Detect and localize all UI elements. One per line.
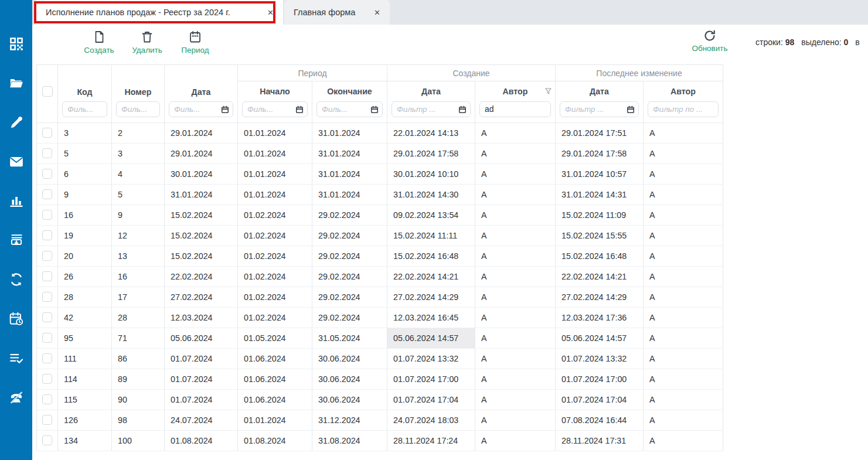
cell-date: 15.02.2024 — [165, 225, 238, 246]
envelope-icon[interactable] — [9, 154, 24, 169]
filter-row — [37, 101, 723, 123]
cell-creation-author: A — [475, 348, 556, 369]
row-checkbox[interactable] — [42, 435, 52, 445]
cell-code: 126 — [58, 410, 112, 430]
row-select-cell — [37, 287, 58, 307]
filter-input-number[interactable] — [116, 101, 160, 117]
cell-mod-date: 22.02.2024 14:21 — [556, 266, 644, 287]
toolbar: Создать Удалить Период — [32, 25, 868, 64]
group-header-row: Код Номер Дата Период Создание Последнее… — [37, 65, 723, 81]
table-row: 9 5 31.01.2024 01.01.2024 31.01.2024 31.… — [37, 184, 723, 205]
create-button[interactable]: Создать — [82, 30, 116, 54]
row-checkbox[interactable] — [42, 353, 52, 363]
cell-number: 2 — [112, 122, 165, 143]
column-header-mod-author[interactable]: Автор — [644, 81, 723, 101]
filter-funnel-icon[interactable] — [545, 88, 552, 95]
cell-period-start: 01.06.2024 — [238, 389, 312, 410]
column-header-number[interactable]: Номер — [112, 65, 165, 101]
tab-main-form[interactable]: Главная форма ✕ — [284, 0, 390, 25]
filter-input-creation-author[interactable] — [479, 101, 551, 117]
cell-period-start: 01.06.2024 — [238, 348, 312, 369]
tab-bar: Исполнение планов продаж - Реестр за 202… — [32, 0, 868, 25]
row-checkbox[interactable] — [42, 251, 52, 261]
row-checkbox[interactable] — [42, 169, 52, 179]
row-checkbox[interactable] — [42, 394, 52, 404]
cell-number: 98 — [112, 410, 165, 430]
cell-period-end: 29.02.2024 — [312, 287, 387, 307]
cell-creation-date: 29.01.2024 17:58 — [387, 143, 475, 163]
cell-code: 26 — [58, 266, 112, 287]
cell-period-start: 01.08.2024 — [238, 430, 312, 451]
cell-date: 24.07.2024 — [165, 410, 238, 430]
cell-creation-date: 28.11.2024 17:24 — [387, 430, 475, 451]
cell-mod-author: A — [644, 389, 723, 410]
calendar-icon[interactable] — [295, 105, 304, 114]
row-checkbox[interactable] — [42, 312, 52, 322]
row-checkbox[interactable] — [42, 210, 52, 220]
row-select-cell — [37, 389, 58, 410]
bar-chart-icon[interactable] — [9, 193, 24, 209]
folder-open-icon[interactable] — [9, 76, 24, 91]
cell-creation-author: A — [475, 430, 556, 451]
select-all-checkbox[interactable] — [42, 86, 53, 97]
filter-input-code[interactable] — [62, 101, 107, 117]
table-row: 42 28 12.03.2024 01.02.2024 29.02.2024 1… — [37, 307, 723, 328]
column-header-start[interactable]: Начало — [238, 81, 312, 101]
calendar-clock-icon[interactable] — [9, 311, 24, 326]
row-checkbox[interactable] — [42, 128, 52, 138]
row-select-cell — [37, 163, 58, 184]
calendar-icon[interactable] — [221, 105, 229, 114]
row-select-cell — [37, 205, 58, 225]
cell-date: 22.02.2024 — [165, 266, 238, 287]
cell-period-end: 29.02.2024 — [312, 205, 387, 225]
row-checkbox[interactable] — [42, 374, 52, 384]
row-checkbox[interactable] — [42, 333, 52, 343]
pencil-icon[interactable] — [9, 115, 24, 130]
column-header-mod-date[interactable]: Дата — [556, 81, 644, 101]
cell-number: 5 — [112, 184, 165, 205]
column-header-date[interactable]: Дата — [165, 65, 238, 101]
cell-mod-date: 15.02.2024 15:55 — [556, 225, 644, 246]
column-header-code[interactable]: Код — [58, 65, 112, 101]
list-check-icon[interactable] — [9, 350, 24, 366]
row-checkbox[interactable] — [42, 271, 52, 281]
export-list-icon[interactable] — [9, 233, 24, 248]
cell-mod-author: A — [644, 287, 723, 307]
row-checkbox[interactable] — [42, 148, 52, 158]
cell-period-end: 31.01.2024 — [312, 122, 387, 143]
row-checkbox[interactable] — [42, 230, 52, 240]
row-checkbox[interactable] — [42, 415, 52, 425]
cell-period-start: 01.02.2024 — [238, 225, 312, 246]
close-icon[interactable]: ✕ — [374, 8, 380, 17]
create-button-label: Создать — [84, 46, 114, 54]
period-button[interactable]: Период — [178, 30, 212, 54]
row-checkbox[interactable] — [42, 292, 52, 302]
close-icon[interactable]: ✕ — [267, 8, 274, 17]
filter-input-mod-author[interactable] — [648, 101, 719, 117]
cell-code: 5 — [58, 143, 112, 163]
row-select-cell — [37, 369, 58, 389]
column-header-end[interactable]: Окончание — [312, 81, 387, 101]
refresh-button[interactable]: Обновить — [687, 29, 733, 53]
phone-disabled-icon[interactable] — [9, 390, 24, 405]
cell-creation-author: A — [475, 328, 556, 348]
qr-code-icon[interactable] — [9, 36, 24, 52]
column-header-creation-author[interactable]: Автор — [475, 81, 556, 101]
column-header-creation-date[interactable]: Дата — [387, 81, 475, 101]
cell-code: 115 — [58, 389, 112, 410]
cell-period-start: 01.01.2024 — [238, 410, 312, 430]
tab-register-2024[interactable]: Исполнение планов продаж - Реестр за 202… — [36, 0, 283, 25]
row-checkbox[interactable] — [42, 189, 52, 199]
calendar-icon[interactable] — [370, 105, 379, 114]
cell-mod-author: A — [644, 246, 723, 266]
cell-code: 111 — [58, 348, 112, 369]
sync-icon[interactable] — [9, 272, 24, 287]
delete-button[interactable]: Удалить — [130, 30, 164, 54]
calendar-icon[interactable] — [627, 105, 635, 114]
table-row: 26 16 22.02.2024 01.02.2024 29.02.2024 2… — [37, 266, 723, 287]
calendar-icon[interactable] — [458, 105, 467, 114]
row-select-cell — [37, 328, 58, 348]
tab-label: Главная форма — [294, 8, 355, 17]
cell-creation-date: 30.01.2024 10:10 — [387, 163, 475, 184]
row-select-cell — [37, 266, 58, 287]
